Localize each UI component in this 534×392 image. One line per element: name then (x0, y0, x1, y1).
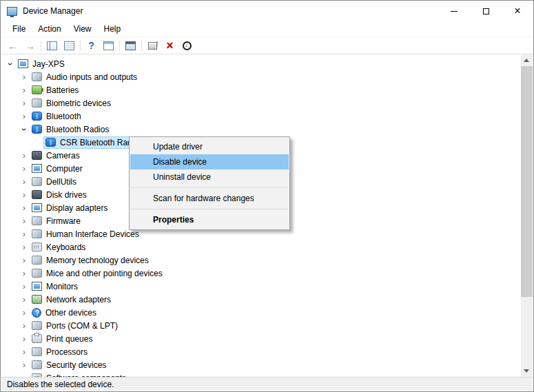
tree-item-jay-xps[interactable]: Jay-XPS (1, 57, 521, 70)
tree-item-hit[interactable]: Security devices (30, 359, 110, 371)
toolbar-properties-button[interactable] (61, 38, 78, 53)
chevron-collapsed-icon[interactable] (19, 347, 30, 358)
tree-item-label: Bluetooth Radios (45, 125, 109, 134)
tree-item-hit[interactable]: DellUtils (30, 176, 80, 188)
tree-item-ports-com-lpt[interactable]: Ports (COM & LPT) (1, 319, 521, 332)
tree-item-batteries[interactable]: Batteries (1, 83, 521, 96)
tree-item-hit[interactable]: Keyboards (30, 241, 89, 254)
menu-separator (131, 209, 288, 209)
tree-item-security-devices[interactable]: Security devices (1, 358, 521, 371)
chevron-collapsed-icon[interactable] (19, 281, 30, 292)
tree-item-label: Memory technology devices (45, 256, 149, 265)
toolbar-uninstall-device-button[interactable] (161, 38, 178, 53)
tree-item-hit[interactable]: Disk drives (30, 189, 90, 201)
tree-item-hit[interactable]: Network adapters (30, 293, 114, 306)
tree-item-mice-and-other-pointing-devices[interactable]: Mice and other pointing devices (1, 267, 521, 280)
tree-item-audio-inputs-and-outputs[interactable]: Audio inputs and outputs (1, 70, 521, 83)
disk-icon (32, 190, 42, 199)
tree-item-processors[interactable]: Processors (1, 345, 521, 358)
chevron-collapsed-icon[interactable] (19, 242, 30, 253)
tree-item-other-devices[interactable]: Other devices (1, 306, 521, 319)
chevron-collapsed-icon[interactable] (19, 72, 30, 83)
tree-item-hit[interactable]: Biometric devices (30, 97, 114, 110)
chevron-collapsed-icon[interactable] (19, 216, 30, 227)
toolbar-export-list-button[interactable] (100, 38, 117, 53)
context-menu-item-properties[interactable]: Properties (130, 212, 289, 227)
chevron-expanded-icon[interactable] (5, 59, 16, 70)
tree-item-hit[interactable]: Other devices (30, 307, 100, 319)
chevron-collapsed-icon[interactable] (19, 307, 30, 318)
menu-help[interactable]: Help (98, 22, 127, 36)
tree-item-hit[interactable]: Batteries (30, 84, 82, 96)
chevron-collapsed-icon[interactable] (19, 255, 30, 266)
chevron-collapsed-icon[interactable] (19, 176, 30, 187)
chevron-collapsed-icon[interactable] (19, 268, 30, 279)
tree-item-network-adapters[interactable]: Network adapters (1, 293, 521, 306)
tree-item-hit[interactable]: Bluetooth Radios (30, 123, 112, 136)
maximize-button[interactable] (470, 1, 502, 21)
chevron-collapsed-icon[interactable] (19, 98, 30, 109)
tree-item-hit[interactable]: Computer (30, 163, 86, 175)
context-menu-item-update-driver[interactable]: Update driver (130, 139, 289, 154)
chevron-collapsed-icon[interactable] (19, 150, 30, 161)
toolbar-help-window-button[interactable] (122, 38, 139, 53)
vertical-scrollbar[interactable] (521, 54, 533, 377)
tree-item-memory-technology-devices[interactable]: Memory technology devices (1, 254, 521, 267)
tree-item-keyboards[interactable]: Keyboards (1, 240, 521, 254)
tree-item-print-queues[interactable]: Print queues (1, 332, 521, 345)
tree-item-bluetooth[interactable]: Bluetooth (1, 110, 521, 123)
menu-view[interactable]: View (68, 22, 98, 36)
chevron-expanded-icon[interactable] (19, 124, 30, 135)
tree-item-hit[interactable]: Jay-XPS (16, 58, 68, 70)
tree-item-label: Human Interface Devices (45, 229, 139, 239)
tree-item-hit[interactable]: Monitors (30, 280, 81, 293)
context-menu-item-uninstall-device[interactable]: Uninstall device (130, 169, 289, 185)
tree-item-hit[interactable]: CSR Bluetooth Radio (43, 136, 142, 149)
tree-item-hit[interactable]: Ports (COM & LPT) (30, 320, 121, 332)
context-menu-item-scan-for-hardware-changes[interactable]: Scan for hardware changes (130, 191, 289, 206)
computer-icon (18, 59, 28, 68)
chevron-collapsed-icon[interactable] (19, 294, 30, 305)
back-icon (8, 40, 18, 52)
tree-item-hit[interactable]: Print queues (30, 333, 96, 345)
toolbar-disable-device-button[interactable] (178, 38, 196, 53)
toolbar-forward-button[interactable] (21, 38, 39, 53)
tree-item-hit[interactable]: Mice and other pointing devices (30, 267, 166, 280)
scrollbar-thumb[interactable] (521, 66, 533, 297)
tree-item-monitors[interactable]: Monitors (1, 280, 521, 293)
toolbar-update-driver-button[interactable] (144, 38, 161, 53)
chevron-collapsed-icon[interactable] (19, 163, 30, 174)
chevron-collapsed-icon[interactable] (19, 203, 30, 214)
scroll-up-button[interactable] (521, 54, 533, 66)
tree-item-hit[interactable]: Firmware (30, 215, 84, 227)
chevron-collapsed-icon[interactable] (19, 229, 30, 240)
toolbar-back-button[interactable] (4, 38, 21, 53)
menu-action[interactable]: Action (32, 22, 67, 36)
chevron-collapsed-icon[interactable] (19, 111, 30, 122)
tree-item-hit[interactable]: Display adapters (30, 202, 111, 214)
context-menu: Update driverDisable deviceUninstall dev… (129, 136, 290, 230)
tree-item-hit[interactable]: Memory technology devices (30, 254, 152, 267)
toolbar-help-button[interactable] (83, 38, 100, 53)
chevron-collapsed-icon[interactable] (19, 333, 30, 344)
chevron-collapsed-icon[interactable] (19, 189, 30, 200)
chevron-collapsed-icon[interactable] (19, 320, 30, 331)
tree-item-hit[interactable]: Audio inputs and outputs (30, 71, 141, 83)
minimize-button[interactable] (438, 1, 470, 21)
tree-item-label: Ports (COM & LPT) (45, 321, 118, 331)
tree-item-hit[interactable]: Software components (30, 372, 130, 378)
tree-item-biometric-devices[interactable]: Biometric devices (1, 96, 521, 110)
chevron-collapsed-icon[interactable] (19, 360, 30, 371)
scroll-down-button[interactable] (521, 365, 533, 377)
toolbar-console-tree-button[interactable] (43, 38, 61, 53)
close-button[interactable]: × (502, 1, 533, 21)
tree-item-hit[interactable]: Processors (30, 346, 91, 358)
tree-item-hit[interactable]: Human Interface Devices (30, 228, 143, 240)
chevron-collapsed-icon[interactable] (19, 85, 30, 96)
context-menu-item-disable-device[interactable]: Disable device (130, 154, 289, 169)
tree-item-software-components[interactable]: Software components (1, 371, 521, 377)
tree-item-hit[interactable]: Bluetooth (30, 110, 85, 123)
menu-file[interactable]: File (6, 22, 32, 36)
tree-item-hit[interactable]: Cameras (30, 149, 83, 162)
tree-item-bluetooth-radios[interactable]: Bluetooth Radios (1, 123, 521, 136)
